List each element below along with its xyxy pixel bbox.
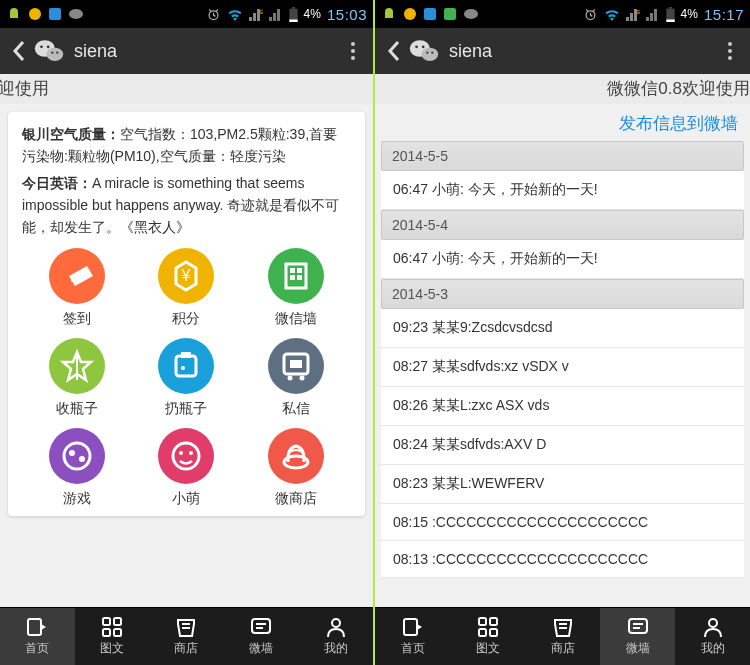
wall-post[interactable]: 08:27 某某sdfvds:xz vSDX v [381,348,744,387]
wall-post[interactable]: 08:13 :CCCCCCCCCCCCCCCCCCCCC [381,541,744,578]
svg-rect-20 [297,275,302,280]
svg-point-23 [181,366,185,370]
wall-post[interactable]: 08:23 某某L:WEWFERV [381,465,744,504]
svg-rect-1 [49,8,61,20]
app-icon-2 [48,7,62,21]
overflow-menu-icon[interactable] [722,36,738,66]
appbar-title: siena [449,41,492,62]
date-header: 2014-5-5 [381,141,744,171]
nav-item-2[interactable]: 商店 [525,608,600,665]
svg-rect-6 [291,7,294,9]
nav-icon [626,616,650,638]
nav-item-2[interactable]: 商店 [149,608,224,665]
nav-item-4[interactable]: 我的 [298,608,373,665]
grid-item-1[interactable]: ¥积分 [132,248,242,328]
grid-item-8[interactable]: 微商店 [241,428,351,508]
phone-right: E 4% 15:17 siena 微微信0.8欢迎使用 发布信息到微墙 2014… [375,0,750,665]
grid-item-0[interactable]: 签到 [22,248,132,328]
date-header: 2014-5-4 [381,210,744,240]
grid-item-6[interactable]: 游戏 [22,428,132,508]
svg-text:¥: ¥ [181,267,191,284]
nav-item-4[interactable]: 我的 [675,608,750,665]
grid-label: 积分 [172,310,200,328]
svg-rect-38 [103,629,110,636]
android-icon [6,6,22,22]
signal-icon-2 [269,8,283,21]
nav-item-1[interactable]: 图文 [75,608,150,665]
grid-label: 私信 [282,400,310,418]
svg-rect-57 [404,619,417,635]
app-icon-3 [68,7,84,21]
svg-point-55 [426,52,428,54]
svg-point-28 [64,443,90,469]
svg-rect-50 [666,19,674,22]
svg-rect-17 [290,268,295,273]
banner: 信0.8欢迎使用 [0,74,373,104]
nav-label: 首页 [25,640,49,657]
svg-rect-40 [252,619,270,633]
svg-rect-19 [290,275,295,280]
svg-point-53 [415,46,418,49]
publish-link[interactable]: 发布信息到微墙 [375,104,750,141]
grid-icon [268,338,324,394]
wall-post[interactable]: 06:47 小萌: 今天，开始新的一天! [381,171,744,210]
wifi-icon [604,8,620,21]
nav-item-0[interactable]: 首页 [375,608,450,665]
svg-rect-49 [668,7,671,9]
grid-item-2[interactable]: 微信墙 [241,248,351,328]
nav-item-0[interactable]: 首页 [0,608,75,665]
grid-item-4[interactable]: 扔瓶子 [132,338,242,418]
grid-label: 小萌 [172,490,200,508]
signal-icon: E [249,8,263,21]
svg-rect-21 [176,356,196,376]
nav-label: 商店 [551,640,575,657]
bottom-nav: 首页图文商店微墙我的 [0,607,373,665]
grid-icon [49,248,105,304]
grid-item-3[interactable]: 收瓶子 [22,338,132,418]
appbar-title: siena [74,41,117,62]
clock: 15:17 [704,6,744,23]
nav-label: 我的 [701,640,725,657]
app-bar: siena [375,28,750,74]
status-bar: E 4% 15:03 [0,0,373,28]
svg-rect-25 [290,360,302,368]
alarm-icon [583,7,598,22]
battery-icon [666,7,675,22]
content-area: 发布信息到微墙 2014-5-506:47 小萌: 今天，开始新的一天!2014… [375,104,750,607]
back-icon[interactable] [387,40,401,62]
bottom-nav: 首页图文商店微墙我的 [375,607,750,665]
grid-icon [49,428,105,484]
svg-point-0 [29,8,41,20]
wall-post[interactable]: 08:24 某某sdfvds:AXV D [381,426,744,465]
grid-label: 微信墙 [275,310,317,328]
svg-rect-16 [286,264,306,288]
nav-item-3[interactable]: 微墙 [224,608,299,665]
svg-point-54 [422,46,425,49]
grid-label: 扔瓶子 [165,400,207,418]
svg-point-56 [431,52,433,54]
back-icon[interactable] [12,40,26,62]
wall-post[interactable]: 09:23 某某9:Zcsdcvsdcsd [381,309,744,348]
svg-rect-44 [444,8,456,20]
nav-label: 微墙 [249,640,273,657]
svg-rect-59 [490,618,497,625]
grid-item-7[interactable]: 小萌 [132,428,242,508]
grid-label: 微商店 [275,490,317,508]
nav-item-3[interactable]: 微墙 [600,608,675,665]
wall-post[interactable]: 08:26 某某L:zxc ASX vds [381,387,744,426]
svg-rect-61 [490,629,497,636]
wall-post[interactable]: 06:47 小萌: 今天，开始新的一天! [381,240,744,279]
wall-post[interactable]: 08:15 :CCCCCCCCCCCCCCCCCCCCC [381,504,744,541]
nav-item-1[interactable]: 图文 [450,608,525,665]
nav-label: 商店 [174,640,198,657]
svg-rect-7 [289,19,297,22]
nav-icon [249,616,273,638]
grid-label: 收瓶子 [56,400,98,418]
grid-label: 游戏 [63,490,91,508]
app-icon-2 [423,7,437,21]
app-bar: siena [0,28,373,74]
overflow-menu-icon[interactable] [345,36,361,66]
grid-item-5[interactable]: 私信 [241,338,351,418]
clock: 15:03 [327,6,367,23]
svg-rect-60 [479,629,486,636]
